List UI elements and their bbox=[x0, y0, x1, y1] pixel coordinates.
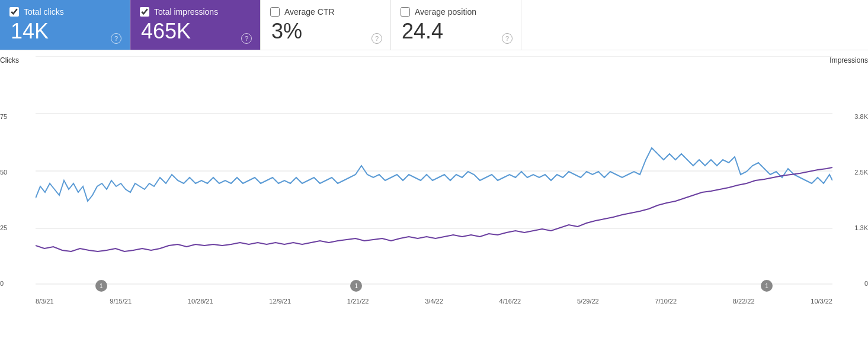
x-label-7: 5/29/22 bbox=[577, 298, 599, 305]
metrics-bar: Total clicks 14K ? Total impressions 465… bbox=[0, 0, 868, 50]
y-left-title: Clicks bbox=[0, 56, 19, 64]
position-checkbox[interactable] bbox=[401, 7, 410, 17]
annotation-badge-3[interactable]: 1 bbox=[761, 280, 773, 292]
y-axis-right: Impressions 3.8K 2.5K 1.3K 0 bbox=[835, 56, 868, 287]
impressions-help-icon[interactable]: ? bbox=[241, 33, 252, 44]
position-label: Average position bbox=[415, 7, 476, 17]
y-left-75: 75 bbox=[0, 113, 7, 120]
x-label-3: 12/9/21 bbox=[269, 298, 291, 305]
x-label-5: 3/4/22 bbox=[425, 298, 443, 305]
metric-card-ctr[interactable]: Average CTR 3% ? bbox=[261, 0, 391, 50]
impressions-checkbox[interactable] bbox=[140, 7, 149, 17]
ctr-help-icon[interactable]: ? bbox=[371, 33, 382, 44]
chart-area: Clicks 75 50 25 0 Impressions 3.8K 2.5K … bbox=[0, 50, 868, 322]
clicks-label: Total clicks bbox=[24, 7, 64, 17]
metric-card-clicks[interactable]: Total clicks 14K ? bbox=[0, 0, 130, 50]
x-label-9: 8/22/22 bbox=[733, 298, 755, 305]
position-help-icon[interactable]: ? bbox=[502, 33, 513, 44]
impressions-value: 465K bbox=[141, 19, 248, 44]
x-label-1: 9/15/21 bbox=[110, 298, 132, 305]
x-label-8: 7/10/22 bbox=[655, 298, 677, 305]
y-left-0: 0 bbox=[0, 280, 4, 287]
impressions-label: Total impressions bbox=[154, 7, 218, 17]
annotation-badge-1[interactable]: 1 bbox=[95, 280, 107, 292]
annotation-badge-2[interactable]: 1 bbox=[350, 280, 362, 292]
clicks-checkbox[interactable] bbox=[9, 7, 19, 17]
y-right-3800: 3.8K bbox=[854, 113, 868, 120]
ctr-value: 3% bbox=[271, 19, 379, 44]
y-right-title: Impressions bbox=[829, 56, 868, 64]
x-label-6: 4/16/22 bbox=[499, 298, 521, 305]
position-value: 24.4 bbox=[402, 19, 509, 44]
y-right-0: 0 bbox=[864, 280, 868, 287]
clicks-value: 14K bbox=[11, 19, 118, 44]
y-left-25: 25 bbox=[0, 224, 7, 231]
metric-card-impressions[interactable]: Total impressions 465K ? bbox=[130, 0, 261, 50]
ctr-label: Average CTR bbox=[284, 7, 335, 17]
x-label-4: 1/21/22 bbox=[347, 298, 369, 305]
ctr-checkbox[interactable] bbox=[270, 7, 280, 17]
metric-card-position[interactable]: Average position 24.4 ? bbox=[391, 0, 521, 50]
chart-svg-container bbox=[36, 56, 832, 287]
y-left-50: 50 bbox=[0, 169, 7, 176]
y-right-1300: 1.3K bbox=[854, 224, 868, 231]
x-label-2: 10/28/21 bbox=[188, 298, 213, 305]
x-label-0: 8/3/21 bbox=[36, 298, 54, 305]
x-label-10: 10/3/22 bbox=[811, 298, 832, 305]
clicks-help-icon[interactable]: ? bbox=[111, 33, 121, 44]
x-axis: 8/3/21 9/15/21 10/28/21 12/9/21 1/21/22 … bbox=[36, 298, 832, 305]
y-right-2500: 2.5K bbox=[854, 169, 868, 176]
y-axis-left: Clicks 75 50 25 0 bbox=[0, 56, 33, 287]
